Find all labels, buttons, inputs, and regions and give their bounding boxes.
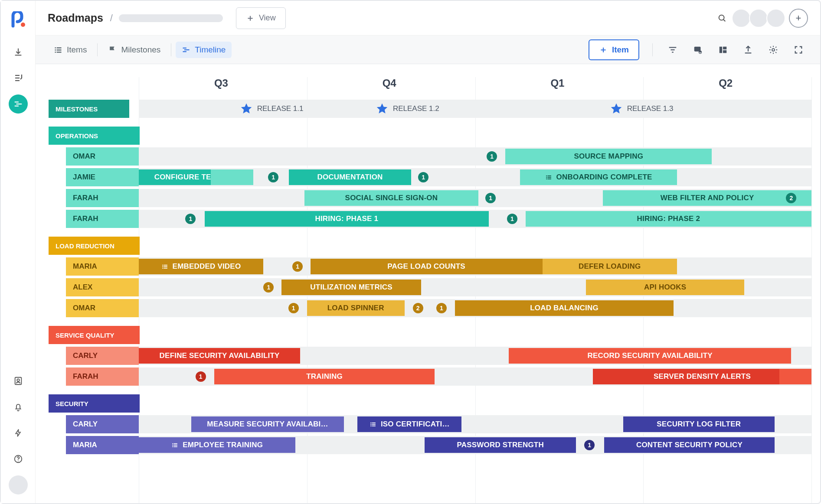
fullscreen-icon[interactable] [789,40,808,59]
timeline-bar[interactable]: PAGE LOAD COUNTS [311,259,543,274]
timeline-bar[interactable]: LOAD BALANCING [455,300,674,316]
viewbar: Items Milestones Timeline ＋ Item [36,36,820,64]
swimlane-label[interactable]: CARLY [66,415,140,433]
timeline-bar[interactable]: MEASURE SECURITY AVAILABI… [191,416,344,432]
rail-contacts-icon[interactable] [9,371,28,390]
avatar[interactable] [732,9,751,28]
timeline-bar-label: LOAD BALANCING [530,304,599,312]
count-badge[interactable]: 1 [196,371,206,382]
rail-bell-icon[interactable] [9,397,28,416]
tab-timeline[interactable]: Timeline [176,42,232,58]
timeline-bar[interactable]: WEB FILTER AND POLICY [603,190,811,206]
swimlane-label[interactable]: CARLY [66,347,140,365]
add-item-button[interactable]: ＋ Item [589,39,639,60]
svg-rect-35 [372,426,376,426]
list-icon [171,442,178,448]
svg-rect-27 [164,266,167,267]
timeline-bar[interactable]: EMPLOYEE TRAINING [139,437,295,453]
count-badge[interactable]: 1 [268,172,278,182]
timeline-bar[interactable]: CONTENT SECURITY POLICY [604,437,774,453]
svg-rect-34 [370,426,371,426]
timeline-bar[interactable]: TRAINING [214,369,435,384]
swimlane-label[interactable]: OMAR [66,299,140,317]
count-badge[interactable]: 1 [507,214,517,224]
rail-avatar[interactable] [9,475,28,494]
milestone[interactable]: RELEASE 1.1 [240,102,304,115]
count-badge[interactable]: 1 [584,440,595,450]
timeline-bar[interactable]: SECURITY LOG FILTER [623,416,775,432]
count-badge[interactable]: 1 [263,282,274,293]
rail-help-icon[interactable] [9,449,28,468]
rail-list-icon[interactable] [9,68,28,88]
svg-rect-22 [546,179,547,179]
svg-rect-12 [694,46,701,51]
tab-milestones[interactable]: Milestones [102,42,167,58]
svg-rect-7 [57,47,62,49]
swimlane-row: OMARSOURCE MAPPING1 [49,147,811,166]
swimlane-label[interactable]: JAMIE [66,168,140,186]
timeline-bar[interactable]: UTILIZATION METRICS [281,280,422,295]
group-header[interactable]: SERVICE QUALITY [49,326,140,344]
rail-timeline-icon[interactable] [9,94,28,114]
timeline-bar[interactable]: SERVER DENSITY ALERTS [593,369,811,384]
count-badge[interactable]: 2 [786,193,796,203]
swimlane-label[interactable]: MARIA [66,257,140,276]
list-icon [161,263,168,270]
tab-items[interactable]: Items [48,42,93,58]
swimlane-label[interactable]: OMAR [66,147,140,166]
breadcrumb-sep: / [110,13,113,24]
add-collaborator-button[interactable]: + [789,9,808,28]
count-badge[interactable]: 1 [185,214,196,224]
swimlane-label[interactable]: MARIA [66,436,140,454]
rail-download-icon[interactable] [9,42,28,62]
group-header[interactable]: LOAD REDUCTION [49,237,140,255]
group-row: SERVICE QUALITY [49,326,811,344]
timeline-bar[interactable]: ISO CERTIFICATI… [357,416,461,432]
count-badge[interactable]: 1 [487,151,497,162]
search-icon[interactable] [713,10,731,27]
timeline-bar-label: API HOOKS [644,283,686,292]
group-header[interactable]: OPERATIONS [49,127,140,145]
timeline-bar[interactable]: LOAD SPINNER [307,300,405,316]
swimlane-label[interactable]: ALEX [66,278,140,296]
layout-icon[interactable] [713,40,733,59]
timeline-bar-label: LOAD SPINNER [327,304,384,312]
avatar[interactable] [766,9,785,28]
timeline-bar[interactable]: DEFER LOADING [543,259,677,274]
count-badge[interactable]: 1 [418,172,428,182]
timeline-bar[interactable]: CONFIGURE TERMIN… [139,169,253,185]
timeline-bar[interactable]: DEFINE SECURITY AVAILABILITY [139,348,300,364]
count-badge[interactable]: 1 [436,303,447,313]
timeline-bar[interactable]: HIRING: PHASE 1 [205,211,489,227]
rail-bolt-icon[interactable] [9,423,28,442]
link-fields-icon[interactable] [688,40,707,59]
swimlane-label[interactable]: FARAH [66,189,140,207]
count-badge[interactable]: 1 [292,261,303,272]
count-badge[interactable]: 2 [413,303,423,313]
timeline-bar[interactable]: EMBEDDED VIDEO [139,259,263,274]
milestone[interactable]: RELEASE 1.2 [376,102,439,115]
timeline-bar[interactable]: SOURCE MAPPING [505,149,712,164]
timeline-bar[interactable]: ONBOARDING COMPLETE [520,169,677,185]
timeline-bar[interactable]: RECORD SECURITY AVAILABILITY [509,348,791,364]
swimlane-label[interactable]: FARAH [66,210,140,228]
quarter-label: Q4 [383,77,396,89]
swimlane-label[interactable]: FARAH [66,367,140,386]
quarter-label: Q1 [550,77,564,89]
timeline-bar[interactable]: HIRING: PHASE 2 [526,211,811,227]
milestone[interactable]: RELEASE 1.3 [610,102,674,115]
timeline-bar[interactable]: API HOOKS [586,280,744,295]
timeline-bar[interactable]: SOCIAL SINGLE SIGN-ON [304,190,479,206]
settings-icon[interactable] [764,40,783,59]
export-icon[interactable] [739,40,758,59]
group-header[interactable]: SECURITY [49,394,140,413]
filter-icon[interactable] [663,40,682,59]
tab-items-label: Items [67,45,87,55]
svg-point-2 [17,379,20,381]
timeline-bar[interactable]: DOCUMENTATION [289,169,411,185]
add-view-button[interactable]: ＋ View [236,7,286,29]
count-badge[interactable]: 1 [288,303,299,313]
timeline-bar[interactable]: PASSWORD STRENGTH [425,437,576,453]
count-badge[interactable]: 1 [485,193,496,203]
avatar[interactable] [749,9,768,28]
